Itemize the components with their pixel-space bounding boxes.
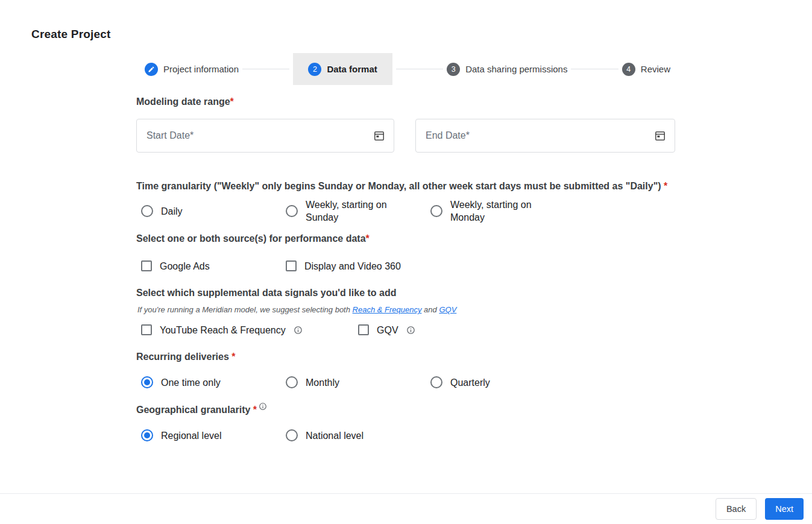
label-text: Select one or both source(s) for perform… — [136, 233, 366, 244]
step-label: Review — [641, 64, 670, 74]
step-label: Project information — [163, 64, 239, 74]
time-granularity-label: Time granularity ("Weekly" only begins S… — [136, 178, 676, 194]
step-number-badge: 4 — [622, 63, 635, 76]
label-text: Select which supplemental data signals y… — [136, 288, 396, 298]
geographical-granularity-label: Geographical granularity * — [136, 402, 679, 418]
supplemental-signals-label: Select which supplemental data signals y… — [136, 285, 679, 301]
option-label: Monthly — [306, 376, 339, 389]
page-title: Create Project — [31, 28, 111, 41]
note-text: and — [421, 305, 439, 314]
radio-selected-icon — [141, 429, 153, 441]
step-data-format[interactable]: 2 Data format — [293, 53, 392, 85]
radio-national-level[interactable]: National level — [286, 429, 364, 442]
radio-monthly[interactable]: Monthly — [286, 376, 430, 389]
geographical-granularity-options: Regional level National level — [136, 429, 679, 442]
radio-icon — [430, 205, 442, 217]
step-connector — [396, 69, 443, 69]
youtube-reach-frequency-info-icon[interactable] — [294, 326, 303, 335]
gqv-info-icon[interactable] — [406, 326, 415, 335]
step-number-badge: 2 — [308, 63, 321, 76]
checkbox-youtube-reach-frequency[interactable]: YouTube Reach & Frequency — [141, 323, 358, 336]
checkbox-icon — [358, 324, 369, 335]
option-label: Daily — [161, 205, 183, 218]
end-date-field — [415, 119, 675, 153]
checkbox-gqv[interactable]: GQV — [358, 323, 415, 336]
label-text: Recurring deliveries — [136, 352, 229, 362]
create-project-form: Project information 2 Data format 3 Data… — [136, 53, 679, 442]
performance-sources-options: Google Ads Display and Video 360 — [136, 259, 679, 273]
option-label: National level — [306, 429, 364, 442]
step-number-badge: 3 — [447, 63, 460, 76]
calendar-icon — [373, 130, 385, 142]
option-label: Weekly, starting on Monday — [450, 198, 547, 224]
option-label: Display and Video 360 — [304, 260, 401, 273]
supplemental-signals-options: YouTube Reach & Frequency GQV — [136, 323, 679, 336]
note-text: If you're running a Meridian model, we s… — [137, 305, 353, 314]
edit-pencil-icon — [145, 63, 158, 76]
required-asterisk: * — [661, 181, 668, 191]
radio-weekly-monday[interactable]: Weekly, starting on Monday — [430, 198, 547, 224]
option-label: Regional level — [161, 429, 222, 442]
checkbox-display-video-360[interactable]: Display and Video 360 — [286, 259, 401, 273]
radio-icon — [286, 376, 298, 388]
date-range-fields — [136, 119, 679, 153]
label-text: Geographical granularity — [136, 405, 250, 415]
reach-frequency-link[interactable]: Reach & Frequency — [353, 305, 422, 314]
start-date-input[interactable] — [137, 119, 394, 152]
performance-sources-label: Select one or both source(s) for perform… — [136, 230, 679, 247]
step-connector — [571, 69, 618, 69]
gqv-link[interactable]: GQV — [439, 305, 456, 314]
radio-daily[interactable]: Daily — [141, 198, 286, 224]
step-project-information[interactable]: Project information — [145, 63, 239, 76]
start-date-calendar-button[interactable] — [372, 128, 386, 143]
checkbox-google-ads[interactable]: Google Ads — [141, 259, 286, 273]
radio-icon — [286, 429, 298, 441]
stepper: Project information 2 Data format 3 Data… — [145, 53, 670, 85]
recurring-deliveries-label: Recurring deliveries * — [136, 349, 679, 365]
option-label: One time only — [161, 376, 221, 389]
label-text: Time granularity ("Weekly" only begins S… — [136, 181, 661, 191]
next-button[interactable]: Next — [765, 498, 804, 520]
radio-selected-icon — [141, 376, 153, 388]
radio-icon — [286, 205, 298, 217]
checkbox-icon — [141, 324, 152, 335]
option-label: Google Ads — [160, 260, 210, 273]
checkbox-icon — [286, 260, 297, 271]
label-text: Modeling date range — [136, 96, 230, 107]
start-date-field — [136, 119, 394, 153]
end-date-input[interactable] — [416, 119, 675, 152]
step-connector — [242, 69, 289, 69]
required-asterisk: * — [229, 352, 236, 362]
geographical-granularity-info-icon[interactable] — [259, 402, 267, 411]
radio-icon — [430, 376, 442, 388]
option-label: GQV — [377, 324, 398, 336]
step-label: Data format — [327, 64, 377, 74]
back-button[interactable]: Back — [716, 498, 757, 520]
required-asterisk: * — [250, 405, 257, 415]
calendar-icon — [654, 130, 666, 142]
option-label: Weekly, starting on Sunday — [306, 198, 402, 224]
option-label: Quarterly — [450, 376, 490, 389]
step-data-sharing-permissions[interactable]: 3 Data sharing permissions — [447, 63, 567, 76]
time-granularity-options: Daily Weekly, starting on Sunday Weekly,… — [136, 198, 679, 224]
radio-quarterly[interactable]: Quarterly — [430, 376, 490, 389]
radio-icon — [141, 205, 153, 217]
option-label: YouTube Reach & Frequency — [160, 324, 286, 336]
radio-weekly-sunday[interactable]: Weekly, starting on Sunday — [286, 198, 430, 224]
radio-regional-level[interactable]: Regional level — [141, 429, 286, 442]
step-review[interactable]: 4 Review — [622, 63, 670, 76]
recurring-deliveries-options: One time only Monthly Quarterly — [136, 376, 679, 389]
meridian-suggestion-note: If you're running a Meridian model, we s… — [137, 305, 679, 314]
modeling-date-range-label: Modeling date range* — [136, 93, 679, 110]
required-asterisk: * — [230, 96, 234, 107]
checkbox-icon — [141, 260, 152, 271]
wizard-footer: Back Next — [0, 493, 812, 524]
step-label: Data sharing permissions — [465, 64, 567, 74]
radio-one-time-only[interactable]: One time only — [141, 376, 286, 389]
required-asterisk: * — [366, 233, 370, 244]
end-date-calendar-button[interactable] — [653, 128, 667, 143]
